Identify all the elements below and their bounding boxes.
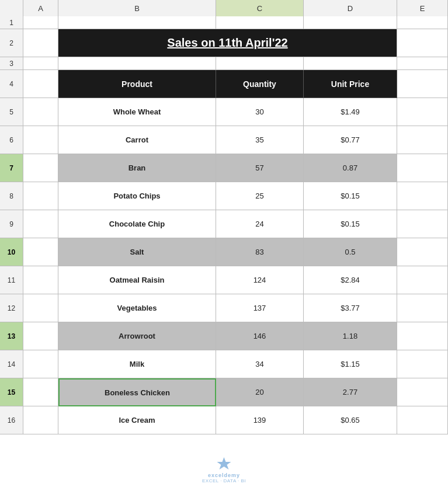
row-num-11: 11 [0,266,23,294]
row-num-1: 1 [0,16,23,29]
cell-a5[interactable] [23,98,58,126]
row-num-15: 15 [0,378,23,406]
cell-a8[interactable] [23,182,58,210]
col-header-a[interactable]: A [23,0,58,16]
cell-e14[interactable] [397,350,448,378]
cell-c9[interactable]: 24 [216,210,304,238]
cell-c6[interactable]: 35 [216,126,304,154]
cell-d13[interactable]: 1.18 [304,322,397,350]
cell-a2[interactable] [23,29,58,57]
cell-e2[interactable] [397,29,448,57]
cell-d12[interactable]: $3.77 [304,294,397,322]
cell-a1[interactable] [23,16,58,29]
row-num-8: 8 [0,182,23,210]
cell-c10[interactable]: 83 [216,238,304,266]
table-row: 3 [0,57,448,70]
cell-c7[interactable]: 57 [216,154,304,182]
cell-e15[interactable] [397,378,448,406]
cell-a16[interactable] [23,406,58,434]
cell-a9[interactable] [23,210,58,238]
cell-c8[interactable]: 25 [216,182,304,210]
cell-e11[interactable] [397,266,448,294]
table-row: 4 Product Quantity Unit Price [0,70,448,98]
cell-d15[interactable]: 2.77 [304,378,397,406]
column-header-row: A B C D E [0,0,448,16]
cell-d1[interactable] [304,16,397,29]
cell-e1[interactable] [397,16,448,29]
cell-a7[interactable] [23,154,58,182]
table-row: 11 Oatmeal Raisin 124 $2.84 [0,266,448,294]
cell-a14[interactable] [23,350,58,378]
table-row: 5 Whole Wheat 30 $1.49 [0,98,448,126]
cell-c3[interactable] [216,57,304,70]
cell-b14[interactable]: Milk [58,350,216,378]
cell-d11[interactable]: $2.84 [304,266,397,294]
header-quantity: Quantity [216,70,304,98]
cell-a4[interactable] [23,70,58,98]
cell-d6[interactable]: $0.77 [304,126,397,154]
cell-d9[interactable]: $0.15 [304,210,397,238]
svg-marker-0 [217,457,231,469]
cell-a13[interactable] [23,322,58,350]
row-num-16: 16 [0,406,23,434]
cell-b10[interactable]: Salt [58,238,216,266]
cell-c5[interactable]: 30 [216,98,304,126]
cell-e10[interactable] [397,238,448,266]
cell-e16[interactable] [397,406,448,434]
cell-d14[interactable]: $1.15 [304,350,397,378]
cell-b6[interactable]: Carrot [58,126,216,154]
cell-a12[interactable] [23,294,58,322]
cell-c12[interactable]: 137 [216,294,304,322]
cell-c16[interactable]: 139 [216,406,304,434]
table-row: 15 Boneless Chicken 20 2.77 [0,378,448,406]
table-row: 2 Sales on 11th April'22 [0,29,448,57]
col-header-d[interactable]: D [304,0,397,16]
cell-a10[interactable] [23,238,58,266]
cell-a3[interactable] [23,57,58,70]
cell-b1[interactable] [58,16,216,29]
cell-a11[interactable] [23,266,58,294]
cell-a6[interactable] [23,126,58,154]
cell-b15[interactable]: Boneless Chicken [58,378,216,406]
cell-b16[interactable]: Ice Cream [58,406,216,434]
cell-e3[interactable] [397,57,448,70]
cell-e6[interactable] [397,126,448,154]
cell-c1[interactable] [216,16,304,29]
cell-c13[interactable]: 146 [216,322,304,350]
cell-e7[interactable] [397,154,448,182]
watermark-line1: exceldemy [208,472,240,478]
cell-c15[interactable]: 20 [216,378,304,406]
cell-e12[interactable] [397,294,448,322]
cell-b8[interactable]: Potato Chips [58,182,216,210]
row-num-12: 12 [0,294,23,322]
cell-b11[interactable]: Oatmeal Raisin [58,266,216,294]
row-num-2: 2 [0,29,23,57]
cell-d16[interactable]: $0.65 [304,406,397,434]
cell-c14[interactable]: 34 [216,350,304,378]
cell-d3[interactable] [304,57,397,70]
cell-d5[interactable]: $1.49 [304,98,397,126]
cell-a15[interactable] [23,378,58,406]
row-num-3: 3 [0,57,23,70]
cell-b7[interactable]: Bran [58,154,216,182]
cell-e13[interactable] [397,322,448,350]
cell-e9[interactable] [397,210,448,238]
cell-d10[interactable]: 0.5 [304,238,397,266]
cell-e4[interactable] [397,70,448,98]
cell-c11[interactable]: 124 [216,266,304,294]
cell-b5[interactable]: Whole Wheat [58,98,216,126]
col-header-c[interactable]: C [216,0,304,16]
table-row: 7 Bran 57 0.87 [0,154,448,182]
row-num-4: 4 [0,70,23,98]
cell-d7[interactable]: 0.87 [304,154,397,182]
cell-b3[interactable] [58,57,216,70]
col-header-e[interactable]: E [397,0,448,16]
cell-d8[interactable]: $0.15 [304,182,397,210]
cell-b13[interactable]: Arrowroot [58,322,216,350]
cell-b12[interactable]: Vegetables [58,294,216,322]
col-header-b[interactable]: B [58,0,216,16]
cell-e8[interactable] [397,182,448,210]
cell-b9[interactable]: Chocolate Chip [58,210,216,238]
cell-e5[interactable] [397,98,448,126]
grid: 1 2 Sales on 11th April'22 3 4 [0,16,448,434]
